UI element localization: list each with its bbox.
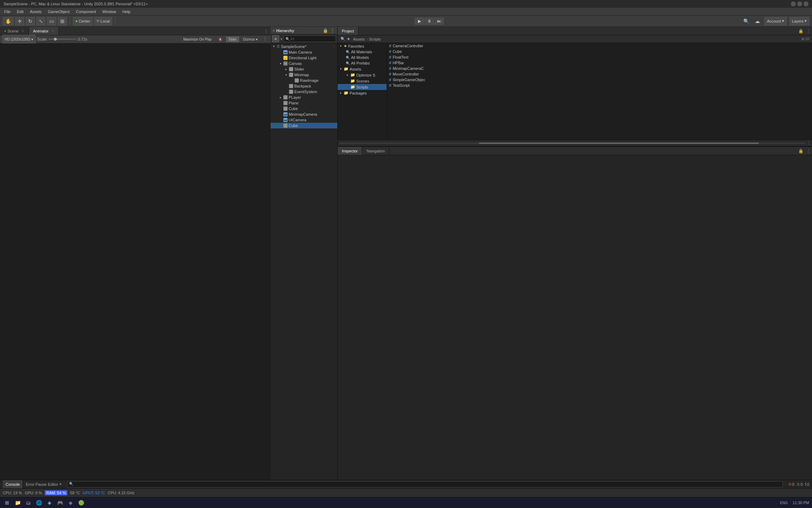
hierarchy-filter-btn[interactable]: ▾ xyxy=(281,37,282,41)
maximize-on-play-btn[interactable]: Maximize On Play xyxy=(181,37,214,42)
hierarchy-cube-2-selected[interactable]: ○ Cube xyxy=(271,123,337,128)
project-all-prefabs[interactable]: 🔍 All Prefabs xyxy=(338,60,387,66)
window-title: SampleScene - PC, Mac & Linux Standalone… xyxy=(4,2,148,6)
scale-tool-btn[interactable]: ⤡ xyxy=(36,17,45,25)
menu-assets[interactable]: Assets xyxy=(27,9,44,14)
project-all-materials[interactable]: 🔍 All Materials xyxy=(338,49,387,55)
project-assets-root[interactable]: ▾ 📁 Assets xyxy=(338,66,387,72)
pivot-btn[interactable]: ● Center xyxy=(73,17,93,25)
console-options: Error Pause Editor ▾ xyxy=(26,482,61,486)
tab-navigation[interactable]: Navigation xyxy=(362,147,389,155)
viewport-panel: ● Scene ✕ Animator ✕ ⋮ HD (1920x1080) ▾ xyxy=(0,27,271,487)
taskbar-extra-btn[interactable]: 🟢 xyxy=(77,498,85,507)
taskbar-vs-btn[interactable]: ◆ xyxy=(66,498,75,507)
tab-animator[interactable]: Animator ✕ xyxy=(29,27,59,35)
project-scenes-folder[interactable]: 📁 Scenes xyxy=(338,78,387,84)
script-simple-game-object[interactable]: # SimpleGameObjec xyxy=(387,77,812,83)
hierarchy-minimap-camera[interactable]: 📷 MinimapCamera xyxy=(271,111,337,117)
hierarchy-search-container: 🔍 All xyxy=(284,36,336,42)
maximize-btn[interactable] xyxy=(797,1,802,6)
close-btn[interactable] xyxy=(804,1,808,6)
taskbar-start-btn[interactable]: ⊞ xyxy=(3,498,11,507)
hierarchy-scene-root[interactable]: ▾ ☰ SampleScene* ⋮ xyxy=(271,43,337,49)
mute-btn[interactable]: 🔇 xyxy=(216,37,225,42)
pause-btn[interactable]: ⏸ xyxy=(425,18,434,25)
script-move-controller[interactable]: # MoveController xyxy=(387,71,812,77)
inspector-more-btn[interactable]: ⋮ xyxy=(805,147,812,155)
hierarchy-plane[interactable]: ○ Plane xyxy=(271,100,337,106)
hierarchy-player[interactable]: ▸ ○ PLayer xyxy=(271,95,337,100)
inspector-lock-btn[interactable]: 🔒 xyxy=(797,147,805,155)
hierarchy-canvas[interactable]: ▾ ▭ Canvas xyxy=(271,61,337,66)
taskbar-explorer-btn[interactable]: 🗂 xyxy=(24,498,32,507)
project-optimize-folder[interactable]: ▸ 📁 Optimize S xyxy=(338,72,387,78)
step-btn[interactable]: ⏭ xyxy=(435,18,444,25)
project-scrollbar-thumb[interactable] xyxy=(479,143,759,144)
script-test-script[interactable]: # TestScript xyxy=(387,83,812,88)
menu-gameobject[interactable]: GameObject xyxy=(45,9,73,14)
script-float-text[interactable]: # FloatText xyxy=(387,54,812,60)
project-lock-btn[interactable]: 🔒 xyxy=(797,27,805,35)
menu-component[interactable]: Component xyxy=(73,9,99,14)
custom-tool-btn[interactable]: ⊞ xyxy=(58,17,67,25)
resolution-dropdown[interactable]: HD (1920x1080) ▾ xyxy=(2,35,36,43)
script-minimap-camera[interactable]: # MinimapCameraC xyxy=(387,66,812,71)
project-more-btn[interactable]: ⋮ xyxy=(805,27,812,35)
scale-slider[interactable] xyxy=(48,38,76,40)
minimize-btn[interactable] xyxy=(791,1,796,6)
hierarchy-more-btn[interactable]: ⋮ xyxy=(330,28,335,33)
gizmos-dropdown-btn[interactable]: Gizmos ▾ xyxy=(240,37,260,42)
hierarchy-directional-light[interactable]: 💡 Directional Light xyxy=(271,55,337,61)
play-btn[interactable]: ▶ xyxy=(415,18,424,25)
taskbar-browser-btn[interactable]: 🌐 xyxy=(35,498,43,507)
scene-options-btn[interactable]: ⋮ xyxy=(332,44,336,49)
script-hpbar[interactable]: # HPBar xyxy=(387,60,812,66)
project-packages-root[interactable]: ▸ 📁 Packages xyxy=(338,90,387,96)
taskbar-folder-btn[interactable]: 📁 xyxy=(13,498,22,507)
cloud-icon[interactable]: ☁ xyxy=(753,17,762,25)
script-camera-controller[interactable]: # CameraController xyxy=(387,43,812,49)
tab-console[interactable]: Console xyxy=(3,480,23,488)
viewport-options-btn[interactable]: ⋮ xyxy=(262,27,271,35)
tab-project[interactable]: Project xyxy=(338,27,358,35)
tab-scene[interactable]: ● Scene ✕ xyxy=(0,27,29,35)
search-icon[interactable]: 🔍 xyxy=(742,17,750,25)
script-cube[interactable]: # Cube xyxy=(387,49,812,54)
hierarchy-backpack[interactable]: □ Backpack xyxy=(271,83,337,89)
game-view-options[interactable]: ⋮ xyxy=(262,37,269,42)
hand-tool-btn[interactable]: ✋ xyxy=(3,17,14,25)
inspector-content xyxy=(338,155,812,487)
menu-window[interactable]: Window xyxy=(99,9,119,14)
tab-inspector[interactable]: Inspector xyxy=(338,147,362,155)
rotate-tool-btn[interactable]: ↻ xyxy=(26,17,35,25)
status-bar: CPU: 19 % GPU: 0 % RAM: 54 % 58 °C GPUT:… xyxy=(0,488,812,497)
hierarchy-add-btn[interactable]: + xyxy=(272,35,279,42)
space-btn[interactable]: ⟳ Local xyxy=(94,17,112,25)
hierarchy-slider[interactable]: ▸ □ Slider xyxy=(271,66,337,72)
project-favorites[interactable]: ▾ ★ Favorites xyxy=(338,43,387,49)
menu-file[interactable]: File xyxy=(1,9,13,14)
menu-help[interactable]: Help xyxy=(119,9,133,14)
project-all-models[interactable]: 🔍 All Models xyxy=(338,55,387,60)
hierarchy-lock-btn[interactable]: 🔒 xyxy=(322,28,328,33)
scale-area: Scale 0.72x xyxy=(37,37,87,41)
hierarchy-minimap[interactable]: ▾ □ Minimap xyxy=(271,72,337,78)
account-btn[interactable]: Account ▾ xyxy=(764,17,787,25)
hierarchy-eventsystem[interactable]: □ EventSystem xyxy=(271,89,337,95)
hierarchy-cube-1[interactable]: ○ Cube xyxy=(271,106,337,111)
taskbar-game-btn[interactable]: 🎮 xyxy=(56,498,64,507)
hierarchy-main-camera[interactable]: 📷 Main Camera xyxy=(271,49,337,55)
hierarchy-ui-camera[interactable]: 📷 UICamera xyxy=(271,117,337,123)
rect-tool-btn[interactable]: ▭ xyxy=(47,17,56,25)
stats-btn[interactable]: Stats xyxy=(226,37,239,42)
taskbar-unity-btn[interactable]: ◈ xyxy=(45,498,54,507)
move-tool-btn[interactable]: ✛ xyxy=(15,17,24,25)
project-more-options[interactable]: ⋮ xyxy=(807,141,811,145)
layers-btn[interactable]: Layers ▾ xyxy=(789,17,809,25)
hierarchy-rawimage[interactable]: □ RawImage xyxy=(271,78,337,83)
toolbar-sep-2 xyxy=(115,18,115,25)
scene-toolbar: HD (1920x1080) ▾ Scale 0.72x Maximize On… xyxy=(0,35,271,43)
menu-edit[interactable]: Edit xyxy=(14,9,26,14)
project-view-toggle[interactable]: ⊞ 10 xyxy=(801,37,809,41)
project-scripts-folder[interactable]: 📁 Scripts xyxy=(338,84,387,90)
